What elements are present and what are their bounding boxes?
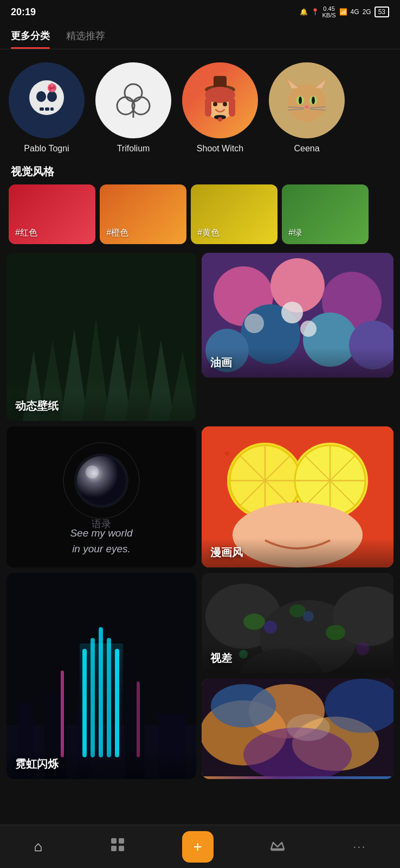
svg-rect-4	[45, 107, 49, 111]
chip-green[interactable]: #绿	[282, 184, 369, 244]
card-abstract[interactable]	[202, 679, 393, 779]
right-column: 视差	[202, 573, 393, 779]
svg-point-58	[244, 314, 264, 333]
grid-row-3: 霓虹闪烁	[7, 573, 393, 779]
svg-point-103	[326, 625, 345, 640]
svg-point-2	[47, 91, 57, 102]
chip-orange-label: #橙色	[106, 227, 128, 239]
artist-shoot-witch[interactable]: Shoot Witch	[182, 62, 258, 154]
nav-more[interactable]: ···	[342, 835, 377, 858]
svg-rect-94	[61, 671, 64, 757]
svg-rect-5	[50, 107, 54, 111]
wifi-icon: 📶	[339, 8, 347, 16]
bell-icon: 🔔	[300, 8, 308, 16]
crown-icon	[270, 837, 285, 856]
card-quotes[interactable]: See my worldin your eyes. 语录	[7, 426, 196, 567]
svg-rect-119	[119, 846, 124, 851]
battery-icon: 53	[375, 7, 389, 17]
card-comic[interactable]: 漫画风	[202, 426, 393, 567]
grid-section: 动态壁纸 油画	[0, 253, 400, 779]
tabs-container: 更多分类 精选推荐	[0, 24, 400, 49]
quote-chinese-container: 语录	[92, 518, 111, 531]
neon-svg	[7, 573, 196, 779]
svg-point-62	[77, 456, 126, 505]
svg-point-20	[213, 102, 217, 106]
crown-svg	[270, 837, 285, 852]
card-comic-label: 漫画风	[202, 538, 393, 567]
card-oilpainting-label: 油画	[202, 348, 393, 378]
quote-chinese: 语录	[92, 519, 111, 529]
svg-point-24	[288, 84, 326, 122]
nav-add-button[interactable]: +	[182, 831, 214, 863]
signal-4g: 4G	[351, 8, 359, 16]
svg-rect-18	[205, 98, 211, 117]
svg-point-63	[86, 465, 99, 478]
nav-apps[interactable]	[99, 833, 136, 860]
nav-home[interactable]: ⌂	[23, 834, 53, 859]
svg-point-1	[36, 91, 46, 102]
main-content: 更多分类 精选推荐	[0, 24, 400, 833]
chip-red[interactable]: #红色	[9, 184, 95, 244]
svg-rect-116	[111, 838, 117, 844]
trifolium-icon	[112, 79, 155, 122]
artist-trifolium[interactable]: Trifolium	[95, 62, 171, 154]
chip-red-label: #红色	[15, 227, 37, 239]
svg-point-33	[305, 105, 309, 108]
artist-avatar-trifolium	[95, 62, 171, 138]
artist-avatar-pablo	[9, 62, 85, 138]
home-icon: ⌂	[34, 838, 42, 855]
svg-point-57	[300, 321, 317, 337]
svg-point-65	[225, 451, 229, 456]
svg-rect-3	[40, 107, 44, 111]
svg-point-104	[264, 621, 277, 634]
card-oil-painting[interactable]: 油画	[202, 253, 393, 378]
status-time: 20:19	[11, 7, 36, 18]
svg-rect-95	[137, 681, 140, 757]
skull-icon	[22, 76, 71, 125]
witch-character-icon	[193, 71, 247, 130]
svg-rect-93	[80, 643, 123, 763]
chip-yellow-label: #黄色	[197, 227, 220, 239]
svg-point-32	[312, 97, 315, 104]
card-parallax-label: 视差	[202, 643, 393, 673]
nav-crown[interactable]	[259, 833, 296, 860]
status-bar: 20:19 🔔 📍 0.45KB/S 📶 4G 2G 53	[0, 0, 400, 24]
svg-rect-117	[119, 838, 124, 844]
svg-rect-118	[111, 846, 117, 851]
status-icons: 🔔 📍 0.45KB/S 📶 4G 2G 53	[300, 5, 389, 18]
bottom-nav: ⌂ + ···	[0, 825, 400, 868]
grid-row-1: 动态壁纸 油画	[7, 253, 393, 421]
svg-point-56	[281, 302, 303, 323]
card-dynamic-wallpaper[interactable]: 动态壁纸	[7, 253, 196, 421]
artist-avatar-shoot-witch	[182, 62, 258, 138]
color-chips-row: #红色 #橙色 #黄色 #绿	[0, 184, 400, 253]
more-icon: ···	[353, 840, 366, 854]
artist-pablo[interactable]: Pablo Togni	[9, 62, 85, 154]
artist-avatar-ceena	[269, 62, 345, 138]
artist-ceena[interactable]: Ceena	[269, 62, 345, 154]
artists-section: Pablo Togni Trifolium	[0, 54, 400, 158]
tab-featured[interactable]: 精选推荐	[66, 24, 105, 49]
artists-row: Pablo Togni Trifolium	[9, 62, 391, 154]
artist-name-ceena: Ceena	[294, 144, 319, 154]
card-dynamic-label: 动态壁纸	[7, 391, 196, 421]
svg-point-10	[125, 84, 142, 101]
grid-icon	[110, 837, 125, 852]
apps-icon	[110, 837, 125, 856]
svg-point-101	[243, 614, 265, 630]
svg-point-115	[287, 714, 330, 741]
chip-orange[interactable]: #橙色	[100, 184, 186, 244]
svg-point-21	[223, 102, 227, 106]
tab-more-categories[interactable]: 更多分类	[11, 24, 50, 49]
card-neon[interactable]: 霓虹闪烁	[7, 573, 196, 779]
svg-rect-19	[229, 98, 235, 117]
location-icon: 📍	[311, 8, 319, 16]
card-parallax[interactable]: 视差	[202, 573, 393, 673]
chip-yellow[interactable]: #黄色	[191, 184, 278, 244]
svg-point-31	[299, 97, 302, 104]
cat-icon	[280, 73, 334, 127]
chip-green-label: #绿	[288, 227, 302, 239]
card-neon-label: 霓虹闪烁	[7, 749, 196, 779]
svg-marker-120	[271, 843, 284, 849]
svg-point-23	[218, 117, 222, 122]
